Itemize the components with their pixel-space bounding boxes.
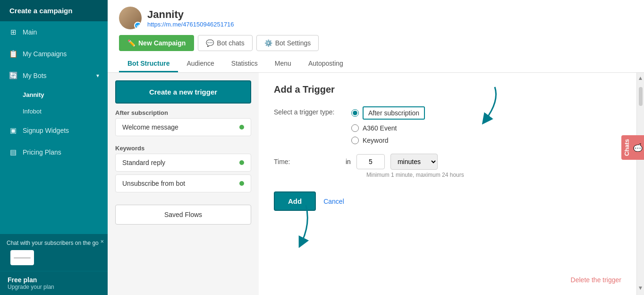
add-trigger-title: Add a Trigger [274,84,621,95]
avatar [119,7,142,29]
verified-badge [134,22,142,29]
content-area: Create a new trigger After subscription … [108,73,644,295]
create-trigger-button[interactable]: Create a new trigger [115,80,251,104]
bot-settings-button[interactable]: ⚙️ Bot Settings [256,35,319,51]
bot-profile: Jannity https://m.me/476150946251716 [119,7,633,29]
topbar: Jannity https://m.me/476150946251716 ✏️ … [108,0,644,73]
chat-icon: 💬 [206,39,214,47]
trigger-type-options: After subscription A360 Event Keyword [351,106,425,144]
time-label: Time: [274,158,340,165]
radio-after-subscription[interactable]: After subscription [351,106,425,120]
close-promo-button[interactable]: × [100,238,104,245]
list-item[interactable]: Standard reply [115,154,251,172]
sidebar-item-signup-widgets[interactable]: ▣ Signup Widgets [0,120,108,141]
left-panel: Create a new trigger After subscription … [108,73,259,295]
create-campaign-button[interactable]: Create a campaign [0,0,108,21]
signup-icon: ▣ [8,126,18,135]
bot-chats-button[interactable]: 💬 Bot chats [198,35,252,51]
new-campaign-button[interactable]: ✏️ New Campaign [119,35,194,51]
topbar-tabs: Bot Structure Audience Statistics Menu A… [119,56,633,72]
scroll-up-arrow[interactable]: ▲ [636,73,644,83]
selected-trigger-label: After subscription [363,106,425,120]
sidebar-item-pricing-plans[interactable]: ▤ Pricing Plans [0,141,108,163]
settings-icon: ⚙️ [264,39,272,47]
chevron-down-icon: ▾ [96,72,99,79]
promo-text: Chat with your subscribers on the go [7,240,101,246]
bot-name: Jannity [147,9,234,21]
free-plan-title: Free plan [8,276,100,284]
time-section: Time: in minutes hours Minimum 1 minute,… [274,154,621,178]
tab-audience[interactable]: Audience [178,56,222,72]
bot-link[interactable]: https://m.me/476150946251716 [147,21,234,28]
right-panel: Add a Trigger Select a trigger type: Aft… [259,73,636,295]
sidebar-item-infobot[interactable]: Infobot [0,103,108,120]
time-hint: Minimum 1 minute, maximum 24 hours [366,172,621,178]
tab-menu[interactable]: Menu [266,56,300,72]
scroll-down-arrow[interactable]: ▼ [636,283,644,293]
sidebar-item-my-campaigns[interactable]: 📋 My Campaigns [0,43,108,65]
tab-statistics[interactable]: Statistics [223,56,266,72]
topbar-actions: ✏️ New Campaign 💬 Bot chats ⚙️ Bot Setti… [119,35,633,51]
list-item[interactable]: Welcome message [115,118,251,136]
bots-icon: 🔄 [8,71,18,80]
time-value-input[interactable] [356,154,385,169]
radio-a360-event[interactable]: A360 Event [351,124,425,132]
radio-after-subscription-input[interactable] [351,109,359,117]
sidebar: Create a campaign ⊞ Main 📋 My Campaigns … [0,0,108,295]
radio-keyword-input[interactable] [351,137,359,144]
chats-side-tab[interactable]: 💬 Chats [621,135,644,160]
chat-bubble-icon: 💬 [633,143,642,152]
time-unit-select[interactable]: minutes hours [390,154,438,170]
tab-bot-structure[interactable]: Bot Structure [119,56,178,72]
main-area: Jannity https://m.me/476150946251716 ✏️ … [108,0,644,295]
chats-tab-label: Chats [623,139,630,156]
scroll-thumb[interactable] [639,87,643,106]
add-button[interactable]: Add [274,191,316,211]
status-dot-active [239,125,244,130]
keywords-label: Keywords [115,145,251,152]
cancel-button[interactable]: Cancel [323,198,344,205]
radio-a360-event-input[interactable] [351,124,359,132]
campaigns-icon: 📋 [8,49,18,59]
radio-keyword[interactable]: Keyword [351,137,425,144]
upgrade-plan-link[interactable]: Upgrade your plan [8,284,100,290]
time-in-label: in [346,158,351,165]
scrollbar[interactable]: ▲ ▼ [636,73,644,295]
pricing-icon: ▤ [8,148,18,157]
saved-flows-button[interactable]: Saved Flows [115,205,251,225]
sidebar-item-my-bots[interactable]: 🔄 My Bots ▾ [0,65,108,87]
list-item[interactable]: Unsubscribe from bot [115,174,251,192]
main-icon: ⊞ [8,27,18,37]
tab-autoposting[interactable]: Autoposting [300,56,352,72]
status-dot-active [239,181,244,186]
status-dot-active [239,160,244,165]
form-actions: Add Cancel [274,191,621,211]
after-subscription-label: After subscription [115,109,251,116]
sidebar-item-jannity[interactable]: Jannity [0,87,108,103]
free-plan-section: Free plan Upgrade your plan [0,271,108,295]
promo-image [7,250,101,265]
trigger-type-label: Select a trigger type: [274,106,340,116]
keywords-section: Keywords Standard reply Unsubscribe from… [115,145,251,195]
delete-trigger-button[interactable]: Delete the trigger [571,276,621,284]
sidebar-promo: × Chat with your subscribers on the go [0,234,108,271]
after-subscription-section: After subscription Welcome message [115,109,251,139]
edit-icon: ✏️ [127,39,136,47]
trigger-type-row: Select a trigger type: After subscriptio… [274,106,621,144]
sidebar-item-main[interactable]: ⊞ Main [0,21,108,43]
